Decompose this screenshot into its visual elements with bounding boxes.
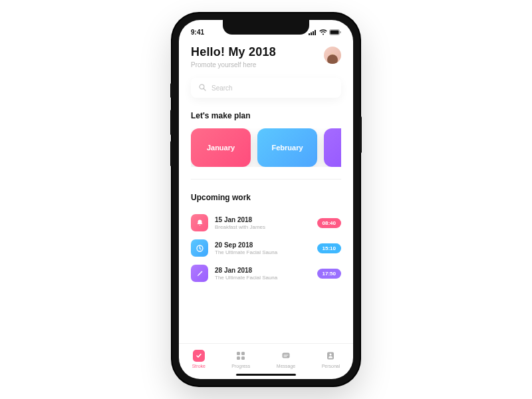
svg-rect-6: [340, 31, 340, 33]
svg-rect-16: [284, 356, 287, 356]
time-badge: 15:10: [317, 243, 341, 253]
month-label: February: [271, 144, 303, 152]
search-input[interactable]: [211, 84, 333, 92]
volume-down: [170, 141, 172, 166]
work-desc: The Ultimate Facial Sauna: [215, 249, 311, 255]
upcoming-list: 15 Jan 2018 Breakfast with James 08:40 2…: [191, 210, 341, 286]
tab-personal[interactable]: Personal: [322, 350, 340, 368]
list-item[interactable]: 20 Sep 2018 The Ultimate Facial Sauna 15…: [191, 235, 341, 261]
page-title: Hello! My 2018: [191, 45, 276, 59]
bell-icon: [191, 214, 208, 231]
grid-icon: [235, 350, 247, 362]
notch: [223, 20, 309, 35]
work-desc: Breakfast with James: [215, 224, 311, 230]
svg-rect-3: [315, 30, 316, 35]
month-card-january[interactable]: January: [191, 128, 251, 167]
svg-rect-13: [241, 356, 245, 360]
volume-up: [170, 110, 172, 135]
svg-rect-11: [241, 352, 245, 355]
tab-label: Progress: [231, 364, 250, 368]
work-date: 15 Jan 2018: [215, 216, 311, 223]
list-item[interactable]: 28 Jan 2018 The Ultimate Facial Sauna 17…: [191, 261, 341, 286]
phone-frame: 9:41 Hello! My 2018 Promote yourself her…: [172, 13, 360, 386]
time-badge: 17:50: [317, 269, 341, 279]
page-subtitle: Promote yourself here: [191, 61, 276, 68]
time-badge: 08:40: [317, 218, 341, 228]
status-time: 9:41: [191, 29, 204, 36]
month-label: January: [207, 144, 235, 152]
tab-label: Message: [277, 364, 295, 368]
svg-rect-5: [331, 30, 339, 34]
svg-rect-1: [311, 32, 312, 35]
svg-rect-17: [327, 352, 334, 359]
month-card-next[interactable]: M: [324, 128, 341, 167]
search-icon: [199, 82, 206, 94]
tab-label: Personal: [322, 364, 340, 368]
message-icon: [280, 350, 292, 362]
svg-rect-2: [313, 31, 314, 35]
pen-icon: [191, 265, 208, 282]
avatar[interactable]: [324, 47, 341, 64]
clock-icon: [191, 239, 208, 257]
check-icon: [193, 350, 205, 362]
tab-stroke[interactable]: Stroke: [192, 350, 205, 368]
wifi-icon: [319, 29, 327, 35]
tab-progress[interactable]: Progress: [231, 350, 250, 368]
home-indicator[interactable]: [236, 374, 296, 376]
svg-rect-15: [284, 354, 289, 355]
screen: 9:41 Hello! My 2018 Promote yourself her…: [179, 20, 353, 379]
power-button: [360, 116, 362, 153]
svg-rect-12: [237, 356, 240, 360]
mute-switch: [170, 83, 172, 98]
upcoming-section-title: Upcoming work: [191, 193, 341, 202]
svg-line-8: [203, 88, 205, 90]
work-date: 28 Jan 2018: [215, 267, 311, 274]
person-icon: [325, 350, 336, 362]
svg-point-18: [330, 353, 332, 355]
work-date: 20 Sep 2018: [215, 241, 311, 249]
svg-rect-0: [309, 33, 310, 35]
plan-section-title: Let's make plan: [191, 111, 341, 120]
svg-rect-10: [237, 352, 240, 355]
search-box[interactable]: [191, 78, 341, 98]
month-card-february[interactable]: February: [257, 128, 317, 167]
battery-icon: [329, 29, 341, 35]
list-item[interactable]: 15 Jan 2018 Breakfast with James 08:40: [191, 210, 341, 235]
divider: [191, 179, 341, 180]
tab-label: Stroke: [192, 364, 205, 368]
month-carousel[interactable]: January February M: [191, 128, 341, 167]
work-desc: The Ultimate Facial Sauna: [215, 275, 311, 281]
tab-message[interactable]: Message: [277, 350, 295, 368]
signal-icon: [309, 29, 317, 35]
